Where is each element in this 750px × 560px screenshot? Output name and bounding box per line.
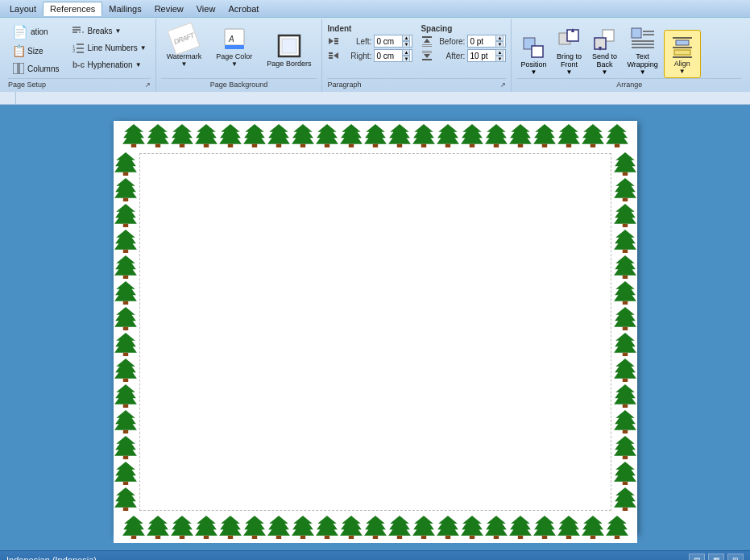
right-indent-down[interactable]: ▼ (402, 56, 410, 62)
bring-to-front-label: Bring to (557, 52, 582, 60)
right-indent-up[interactable]: ▲ (402, 49, 410, 56)
svg-rect-120 (122, 508, 127, 511)
before-spacing-down[interactable]: ▼ (495, 41, 503, 48)
view-btn-3[interactable]: ⊞ (727, 554, 744, 561)
watermark-button[interactable]: DRAFT Watermark ▼ (161, 23, 208, 71)
svg-marker-177 (461, 516, 483, 536)
spacing-section: Spacing Before: ▲ ▼ After: (421, 24, 506, 63)
page-borders-button[interactable]: Page Borders (261, 30, 317, 71)
position-button[interactable]: Position ▼ (516, 32, 550, 78)
svg-rect-22 (329, 55, 333, 56)
page-color-button[interactable]: A Page Color ▼ (210, 23, 258, 71)
spacing-before-row: Before: ▲ ▼ (421, 35, 506, 48)
align-button[interactable]: Align ▼ (664, 30, 701, 78)
svg-marker-171 (388, 516, 411, 536)
svg-marker-125 (614, 204, 636, 224)
svg-rect-66 (300, 144, 305, 147)
svg-rect-116 (122, 456, 127, 459)
svg-rect-21 (329, 52, 333, 54)
right-indent-label: Right: (342, 52, 371, 60)
svg-text:A: A (228, 35, 234, 44)
svg-rect-54 (155, 144, 160, 147)
svg-rect-172 (396, 536, 401, 539)
page-content[interactable] (139, 153, 611, 511)
border-left (114, 151, 138, 512)
page-setup-expand[interactable]: ↗ (145, 81, 151, 89)
svg-rect-28 (422, 59, 432, 60)
right-indent-value[interactable] (376, 52, 400, 60)
hyphenation-button[interactable]: b-c Hyphenation ▼ (68, 56, 150, 73)
svg-marker-101 (114, 255, 137, 276)
spacing-after-row: After: ▲ ▼ (421, 49, 506, 62)
orientation-button[interactable]: 📄 ation (8, 23, 63, 41)
page-background-label: Page Background (161, 78, 317, 89)
view-btn-2[interactable]: ▦ (708, 554, 724, 561)
view-btn-1[interactable]: ▤ (689, 554, 705, 561)
svg-rect-106 (122, 327, 127, 330)
text-wrapping-arrow: ▼ (640, 68, 646, 76)
svg-rect-56 (179, 144, 184, 147)
breaks-button[interactable]: Breaks ▼ (68, 23, 150, 39)
left-indent-input[interactable]: ▲ ▼ (374, 35, 412, 48)
text-wrapping-button[interactable]: Text Wrapping ▼ (623, 24, 661, 78)
columns-button[interactable]: Columns (8, 60, 63, 77)
svg-marker-147 (614, 487, 636, 508)
svg-rect-96 (122, 198, 127, 201)
left-indent-up[interactable]: ▲ (402, 35, 410, 41)
menu-view[interactable]: View (190, 2, 222, 15)
left-indent-down[interactable]: ▼ (402, 41, 410, 48)
svg-rect-152 (155, 536, 160, 539)
menu-acrobat[interactable]: Acrobat (222, 2, 265, 15)
svg-marker-53 (147, 124, 169, 144)
svg-marker-139 (614, 384, 636, 404)
svg-marker-179 (485, 516, 508, 536)
svg-rect-40 (632, 28, 641, 38)
left-indent-value[interactable] (376, 37, 400, 46)
svg-rect-118 (122, 482, 127, 485)
svg-rect-94 (122, 172, 127, 176)
svg-marker-89 (582, 124, 604, 144)
svg-rect-11 (225, 29, 244, 45)
size-button[interactable]: 📋 Size (8, 43, 63, 59)
right-indent-input[interactable]: ▲ ▼ (374, 49, 412, 62)
language-indicator[interactable]: Indonesian (Indonesia) (6, 555, 97, 561)
svg-rect-74 (396, 144, 401, 147)
svg-rect-124 (622, 198, 627, 201)
svg-rect-128 (622, 250, 627, 253)
svg-rect-140 (622, 404, 627, 408)
bring-to-front-button[interactable]: Bring to Front ▼ (552, 24, 586, 78)
indent-title: Indent (327, 24, 412, 33)
svg-rect-126 (622, 224, 627, 227)
paragraph-expand[interactable]: ↗ (500, 81, 506, 89)
before-spacing-input[interactable]: ▲ ▼ (467, 35, 506, 48)
svg-marker-181 (509, 516, 532, 536)
svg-marker-117 (114, 462, 137, 482)
line-numbers-button[interactable]: 1 2 Line Numbers ▼ (68, 39, 150, 56)
after-spacing-down[interactable]: ▼ (495, 56, 503, 62)
send-to-back-button[interactable]: Send to Back ▼ (587, 24, 621, 78)
border-right (613, 151, 637, 512)
send-to-back-label2: Back (596, 60, 612, 68)
svg-marker-95 (114, 178, 137, 198)
menu-review[interactable]: Review (148, 2, 190, 15)
svg-rect-49 (674, 50, 690, 55)
after-spacing-input[interactable]: ▲ ▼ (467, 49, 506, 62)
svg-rect-164 (300, 536, 305, 539)
svg-rect-182 (517, 536, 522, 539)
menu-references[interactable]: References (43, 2, 102, 16)
svg-rect-158 (227, 536, 232, 539)
menu-layout[interactable]: Layout (3, 2, 43, 15)
svg-marker-159 (243, 516, 266, 536)
svg-rect-47 (676, 40, 689, 45)
text-wrapping-label: Text (636, 52, 649, 60)
svg-marker-71 (364, 124, 387, 144)
menu-mailings[interactable]: Mailings (102, 2, 147, 15)
after-spacing-value[interactable] (470, 52, 494, 60)
svg-rect-78 (445, 144, 450, 147)
svg-marker-113 (114, 410, 137, 430)
before-spacing-up[interactable]: ▲ (495, 35, 503, 41)
svg-rect-180 (493, 536, 498, 539)
svg-marker-105 (114, 307, 137, 327)
before-spacing-value[interactable] (470, 37, 494, 46)
after-spacing-up[interactable]: ▲ (495, 49, 503, 56)
